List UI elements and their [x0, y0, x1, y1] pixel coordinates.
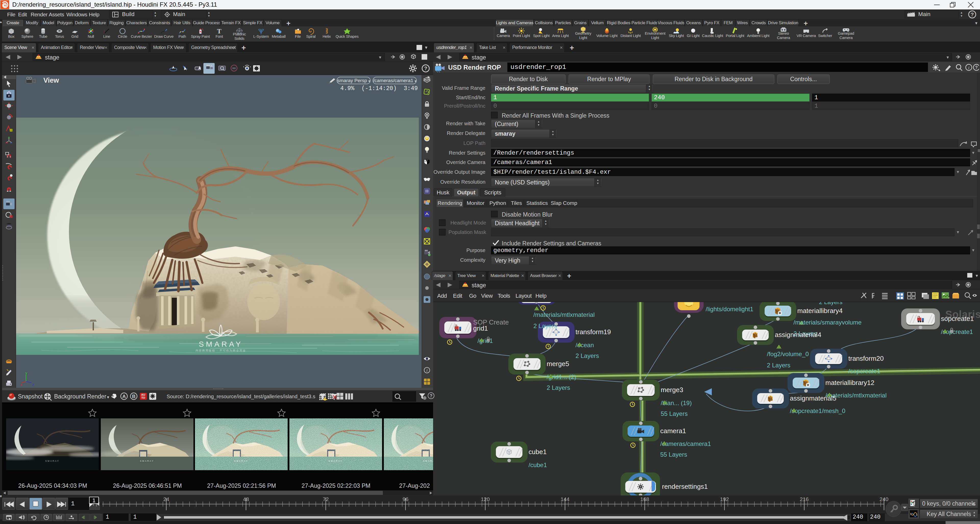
svg-text:SMARAY: SMARAY [199, 340, 243, 348]
svg-text:T: T [217, 27, 221, 35]
svg-text:?: ? [424, 65, 427, 71]
svg-text:168: 168 [640, 496, 649, 502]
svg-text:SMARAY: SMARAY [45, 460, 59, 462]
svg-text:SMARAY: SMARAY [328, 460, 342, 462]
svg-text:240: 240 [880, 496, 888, 502]
svg-text:A: A [122, 394, 126, 399]
svg-text:AU: AU [141, 393, 145, 396]
svg-text:72: 72 [323, 496, 329, 502]
svg-text:i: i [426, 368, 428, 372]
svg-text:120: 120 [481, 496, 490, 502]
svg-text:192: 192 [720, 496, 729, 502]
svg-text:?: ? [975, 65, 978, 70]
svg-text:内容商用版权 · 不可作为商业用途: 内容商用版权 · 不可作为商业用途 [196, 349, 246, 352]
svg-text:i: i [968, 65, 969, 70]
svg-text:SMARAY: SMARAY [234, 460, 248, 462]
svg-text:96: 96 [402, 496, 408, 502]
svg-text:+: + [948, 296, 950, 300]
svg-text:B: B [132, 394, 135, 399]
svg-text:48: 48 [243, 496, 249, 502]
svg-text:x: x [21, 383, 22, 386]
svg-text:216: 216 [800, 496, 809, 502]
svg-text:TO: TO [141, 396, 145, 399]
svg-text:SMARAY: SMARAY [140, 460, 154, 462]
svg-text:z: z [32, 383, 34, 386]
svg-text:144: 144 [560, 496, 570, 502]
svg-text:y: y [25, 371, 27, 375]
svg-text:24: 24 [163, 496, 169, 502]
